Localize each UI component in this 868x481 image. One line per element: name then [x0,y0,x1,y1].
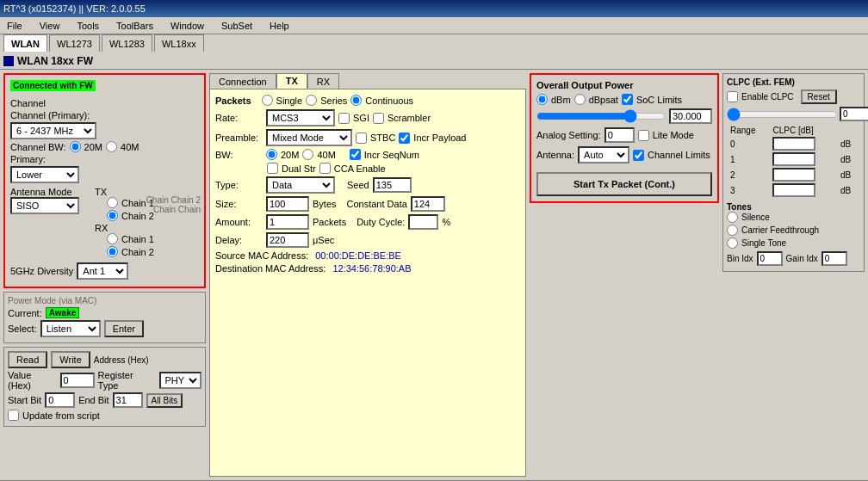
sgi-checkbox[interactable] [338,113,350,124]
update-from-script-checkbox[interactable] [8,410,19,421]
rx-chain2-radio[interactable] [107,246,118,257]
dbpsat-radio[interactable] [574,94,586,105]
power-slider[interactable] [536,108,666,124]
stbc-checkbox[interactable] [356,133,367,144]
antenna-mode-select[interactable]: SISO [10,197,79,214]
tx-chain2-radio[interactable] [107,210,118,221]
read-button[interactable]: Read [8,351,47,368]
soc-limits-checkbox[interactable] [622,94,633,105]
bw-40m-radio[interactable] [106,141,117,152]
dbm-label: dBm [551,95,571,105]
channel-primary-select[interactable]: 6 - 2437 MHz [10,122,96,139]
menu-subset[interactable]: SubSet [218,20,256,32]
tx-tab[interactable]: TX [276,73,307,89]
soc-limits-label: SoC Limits [636,95,682,105]
end-bit-input[interactable]: 31 [113,392,143,408]
rate-select[interactable]: MCS3 [266,109,335,126]
tx-bw-40m-radio[interactable] [302,149,313,160]
silence-label: Silence [741,213,770,222]
incr-payload-checkbox[interactable] [399,133,410,144]
single-tone-radio[interactable] [727,237,738,249]
diversity-label: 5GHz Diversity [10,266,73,276]
menu-view[interactable]: View [36,20,64,32]
dbpsat-label: dBpsat [589,95,618,105]
menu-window[interactable]: Window [167,20,208,32]
dbm-radio[interactable] [536,94,548,105]
constant-data-input[interactable]: 124 [411,196,445,212]
carrier-feedthrough-radio[interactable] [727,225,738,236]
enable-clpc-checkbox[interactable] [727,91,738,102]
bin-idx-input[interactable]: 0 [757,251,783,266]
rx-tab[interactable]: RX [307,73,339,89]
tx-bw-20m-radio[interactable] [266,149,277,160]
write-button[interactable]: Write [51,351,90,368]
start-bit-input[interactable]: 0 [45,392,75,408]
scrambler-checkbox[interactable] [373,113,384,124]
rx-chain1-radio[interactable] [107,233,118,244]
menu-tools[interactable]: Tools [73,20,102,32]
diversity-select[interactable]: Ant 1 [77,262,128,280]
continuous-label: Continuous [365,96,413,106]
select-dropdown[interactable]: Listen [40,320,101,337]
value-hex-input[interactable]: 0 [60,373,95,388]
all-bits-button[interactable]: All Bits [146,393,183,408]
continuous-radio[interactable] [350,95,362,106]
enable-clpc-label: Enable CLPC [741,92,794,102]
start-bit-label: Start Bit [8,395,41,405]
size-input[interactable]: 100 [266,196,309,212]
primary-select[interactable]: Lower [10,166,79,183]
duty-cycle-label: Duty Cycle: [356,217,405,227]
menu-help[interactable]: Help [266,20,293,32]
clpc-db-2[interactable] [772,168,815,182]
delay-input[interactable]: 220 [266,232,309,248]
seed-label: Seed [347,180,369,190]
tab-wl1283[interactable]: WL1283 [102,34,152,52]
bw-20m-radio[interactable] [70,141,81,152]
seed-input[interactable]: 135 [373,177,412,193]
chain-chain2-label: Chain Chain 2 [146,195,201,205]
register-type-select[interactable]: PHY [159,372,202,389]
bw-20m-label: 20M [84,142,102,152]
amount-input[interactable]: 1 [266,214,309,230]
silence-radio[interactable] [727,212,738,223]
series-radio[interactable] [306,95,317,106]
single-radio[interactable] [262,95,273,106]
tab-wlan[interactable]: WLAN [3,34,47,52]
duty-cycle-input[interactable] [408,214,438,230]
tx-bw-20m-label: 20M [281,150,299,160]
clpc-db-1[interactable] [772,152,815,166]
clpc-db-3[interactable] [772,183,815,197]
analog-input[interactable]: 0 [604,127,635,143]
dual-str-label: Dual Str [282,163,316,174]
clpc-db-0[interactable] [772,137,815,151]
packets-label: Packets [215,96,251,106]
carrier-feedthrough-label: Carrier Feedthrough [741,225,819,235]
tab-wl18xx[interactable]: WL18xx [154,34,204,52]
antenna-select[interactable]: Auto [578,146,629,163]
gain-idx-input[interactable]: 0 [822,251,847,266]
start-tx-button[interactable]: Start Tx Packet (Cont.) [536,172,712,196]
menu-toolbars[interactable]: ToolBars [113,20,157,32]
lite-mode-label: Lite Mode [653,130,694,140]
power-value[interactable]: 30.000 [669,108,712,124]
reset-button[interactable]: Reset [801,89,837,104]
incr-seqnum-checkbox[interactable] [350,149,361,160]
enter-button[interactable]: Enter [104,320,144,337]
channel-bw-label: Channel BW: [10,142,66,152]
current-label: Current: [8,308,42,318]
clpc-slider-value[interactable]: 0 [840,107,868,121]
menu-file[interactable]: File [3,20,26,32]
tx-chain1-radio[interactable] [107,197,118,208]
analog-label: Analog Setting: [536,130,601,140]
dual-str-checkbox[interactable] [267,163,278,174]
dest-mac-value: 12:34:56:78:90:AB [332,263,411,274]
select-label: Select: [8,324,37,334]
connection-tab[interactable]: Connection [209,73,276,89]
type-select[interactable]: Data [266,176,335,194]
clpc-slider[interactable] [727,108,838,121]
channel-limits-checkbox[interactable] [633,150,644,161]
tab-wl1273[interactable]: WL1273 [49,34,100,52]
preamble-select[interactable]: Mixed Mode [266,129,352,146]
lite-mode-checkbox[interactable] [638,130,649,141]
cca-enable-checkbox[interactable] [319,163,331,174]
